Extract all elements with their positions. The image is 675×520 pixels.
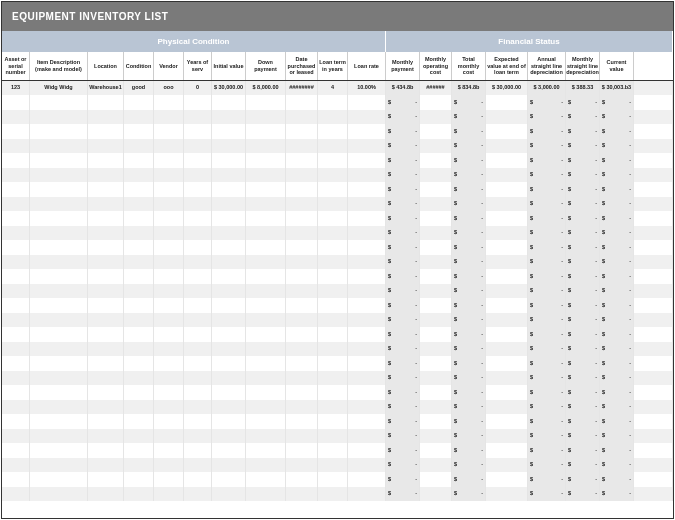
cell: $- [386,472,420,487]
cell [88,458,124,473]
cell [154,95,184,110]
cell [634,443,673,458]
cell: $- [452,124,486,139]
cell [348,124,386,139]
col-header-6: Initial value [212,52,246,80]
cell: $- [386,168,420,183]
cell: $- [386,385,420,400]
cell [30,182,88,197]
cell [286,385,318,400]
table-row: $-$-$-$-$- [2,429,673,444]
cell [286,284,318,299]
cell: $- [386,269,420,284]
col-header-11: Monthly payment [386,52,420,80]
cell [486,487,528,502]
cell [420,443,452,458]
cell: $- [566,443,600,458]
table-row: $-$-$-$-$- [2,168,673,183]
cell [286,487,318,502]
cell [154,472,184,487]
cell: $- [566,472,600,487]
cell: $- [528,197,566,212]
cell [286,298,318,313]
cell: $- [452,298,486,313]
cell [246,139,286,154]
cell: $- [528,182,566,197]
cell: $- [386,429,420,444]
cell [348,313,386,328]
cell [30,327,88,342]
cell [124,269,154,284]
cell [124,197,154,212]
cell: $- [566,110,600,125]
cell: $- [528,371,566,386]
cell [88,197,124,212]
cell: $- [566,327,600,342]
cell: good [124,81,154,96]
cell [420,429,452,444]
cell: $- [452,443,486,458]
cell [486,197,528,212]
cell: $- [386,298,420,313]
cell: $- [528,284,566,299]
cell [212,255,246,270]
cell [348,168,386,183]
cell [124,342,154,357]
cell [634,153,673,168]
cell [124,327,154,342]
cell: $- [600,356,634,371]
cell: $- [386,313,420,328]
cell [246,110,286,125]
cell [420,400,452,415]
cell: $- [566,269,600,284]
cell [184,371,212,386]
cell [486,327,528,342]
cell [124,458,154,473]
cell [88,182,124,197]
cell [2,139,30,154]
column-header-row: Asset or serial numberItem Description (… [2,52,673,81]
cell [318,95,348,110]
cell: 10.00% [348,81,386,96]
cell [212,385,246,400]
cell: $- [452,197,486,212]
cell: $- [386,327,420,342]
inventory-container: EQUIPMENT INVENTORY LIST Physical Condit… [1,1,674,519]
cell [154,429,184,444]
table-row: $-$-$-$-$- [2,327,673,342]
table-row: $-$-$-$-$- [2,153,673,168]
cell: $- [452,95,486,110]
cell [486,371,528,386]
cell [420,110,452,125]
cell [2,298,30,313]
cell [124,429,154,444]
cell [30,385,88,400]
cell [286,153,318,168]
cell [124,168,154,183]
cell [184,385,212,400]
group-physical: Physical Condition [2,31,386,52]
cell: $- [600,487,634,502]
cell [318,443,348,458]
cell [348,472,386,487]
cell [2,168,30,183]
cell [420,342,452,357]
cell [30,226,88,241]
cell [212,284,246,299]
cell [2,400,30,415]
cell: $ 30,000.00 [212,81,246,96]
cell: $- [386,342,420,357]
cell [2,269,30,284]
cell: $- [452,153,486,168]
col-header-0: Asset or serial number [2,52,30,80]
cell [348,153,386,168]
cell [212,182,246,197]
cell: $- [386,197,420,212]
table-row: $-$-$-$-$- [2,443,673,458]
cell [486,414,528,429]
cell [212,298,246,313]
cell: $- [386,226,420,241]
cell [212,197,246,212]
cell [286,356,318,371]
cell [246,197,286,212]
